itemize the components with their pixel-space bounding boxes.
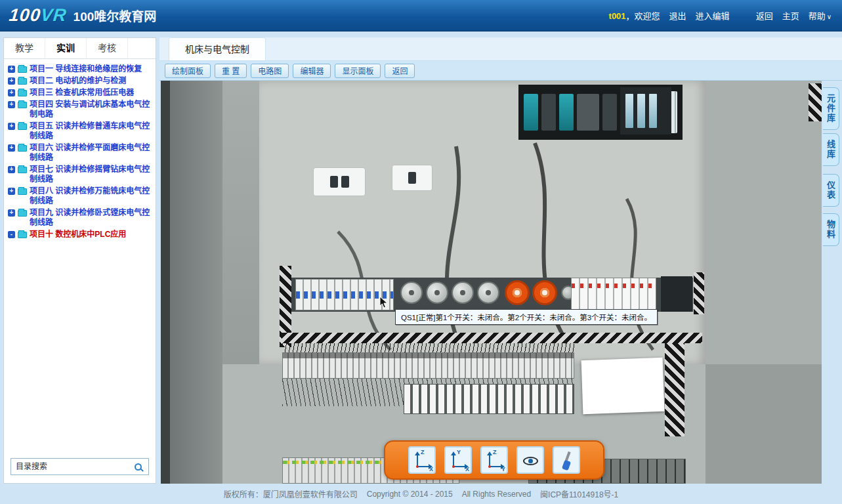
- expand-plus-icon[interactable]: +: [8, 77, 15, 85]
- contactor-pin: [408, 172, 416, 184]
- axis-z-x-button[interactable]: Z X: [408, 446, 436, 474]
- rotary-knob[interactable]: [426, 282, 448, 304]
- tree-item-project-10[interactable]: - 项目十 数控机床中PLC应用: [8, 230, 152, 240]
- tab-assessment[interactable]: 考核: [87, 38, 128, 58]
- tree-item-project-2[interactable]: + 项目二 电动机的维护与检测: [8, 76, 152, 86]
- plc-module: [577, 94, 599, 131]
- hazard-stripe: [665, 343, 684, 436]
- cabinet-right-wall: [705, 81, 822, 364]
- component-status-tooltip: QS1[正常]第1个开关：未闭合。第2个开关：未闭合。第3个开关：未闭合。: [395, 309, 658, 325]
- terminal-strip-upper[interactable]: [282, 352, 574, 379]
- return-button[interactable]: 返回: [385, 64, 415, 78]
- rotary-knob[interactable]: [452, 282, 474, 304]
- search-input[interactable]: [11, 458, 149, 475]
- icp-number: 闽ICP备11014918号-1: [540, 488, 618, 499]
- footer: 版权所有：厦门凤凰创壹软件有限公司 Copyright © 2014 - 201…: [0, 484, 842, 504]
- library-tab-wires[interactable]: 线库: [823, 133, 839, 166]
- expand-plus-icon[interactable]: +: [8, 89, 15, 96]
- library-tab-materials[interactable]: 物料: [823, 213, 839, 246]
- open-folder-icon: [18, 232, 27, 238]
- tree-item-label: 项目三 检查机床常用低压电器: [30, 88, 152, 98]
- rotary-knob[interactable]: [400, 282, 423, 304]
- tree-item-project-7[interactable]: + 项目七 识读并检修摇臂钻床电气控制线路: [8, 165, 152, 184]
- logout-link[interactable]: 退出: [669, 9, 686, 22]
- drive-unit[interactable]: [620, 87, 671, 135]
- tree-item-project-6[interactable]: + 项目六 识读并检修平面磨床电气控制线路: [8, 143, 152, 163]
- tree-item-label: 项目四 安装与调试机床基本电气控制电路: [30, 100, 152, 119]
- eye-view-button[interactable]: [516, 446, 544, 474]
- axis-vertical-label: Z: [493, 449, 497, 455]
- show-panel-button[interactable]: 显示面板: [335, 64, 381, 78]
- expand-plus-icon[interactable]: +: [8, 101, 15, 108]
- tree-item-label: 项目一 导线连接和绝缘层的恢复: [30, 64, 152, 74]
- wiring-bundle: [282, 343, 574, 352]
- rotary-knob[interactable]: [477, 282, 499, 304]
- contactor-pin: [330, 176, 338, 188]
- expand-plus-icon[interactable]: +: [8, 144, 15, 152]
- expand-plus-icon[interactable]: +: [8, 166, 15, 173]
- breaker-red-flags: [572, 284, 656, 288]
- orange-switch[interactable]: [532, 280, 557, 305]
- logo-vr: VR: [40, 5, 68, 25]
- content-tab[interactable]: 机床与电气控制: [169, 37, 266, 60]
- enter-edit-link[interactable]: 进入编辑: [696, 9, 730, 22]
- expand-minus-icon[interactable]: -: [8, 231, 15, 238]
- copyright-years: Copyright © 2014 - 2015: [367, 490, 453, 499]
- sidebar-tabs: 教学 实训 考核: [4, 38, 156, 59]
- circuit-diagram-button[interactable]: 电路图: [251, 64, 289, 78]
- folder-icon: [18, 90, 27, 96]
- contactor[interactable]: [313, 167, 366, 196]
- axis-y-x-button[interactable]: Y X: [444, 446, 472, 474]
- simulation-viewport[interactable]: QS1[正常]第1个开关：未闭合。第2个开关：未闭合。第3个开关：未闭合。 Z …: [161, 81, 822, 484]
- editor-button[interactable]: 编辑器: [293, 64, 331, 78]
- hazard-stripe: [809, 83, 822, 121]
- tab-training[interactable]: 实训: [45, 38, 87, 58]
- tab-teaching[interactable]: 教学: [4, 38, 45, 58]
- expand-plus-icon[interactable]: +: [8, 123, 15, 130]
- tree-item-label: 项目六 识读并检修平面磨床电气控制线路: [30, 143, 152, 163]
- folder-icon: [18, 167, 27, 173]
- tree-item-project-5[interactable]: + 项目五 识读并检修普通车床电气控制线路: [8, 121, 152, 141]
- help-link[interactable]: 帮助∨: [809, 9, 831, 22]
- expand-plus-icon[interactable]: +: [8, 188, 15, 195]
- site-name: 100唯尔教育网: [74, 7, 157, 24]
- cabinet-left-frame: [161, 81, 170, 484]
- expand-plus-icon[interactable]: +: [8, 209, 15, 217]
- orange-switch[interactable]: [505, 280, 530, 305]
- folder-icon: [18, 188, 27, 195]
- contactor-pin: [341, 176, 349, 188]
- folder-icon: [18, 66, 27, 73]
- tree-item-project-9[interactable]: + 项目九 识读并检修卧式镗床电气控制线路: [8, 208, 152, 228]
- site-logo[interactable]: 100VR: [8, 5, 68, 26]
- library-tab-meters[interactable]: 仪表: [823, 174, 839, 207]
- search-button[interactable]: [134, 460, 147, 473]
- library-tab-components[interactable]: 元件库: [823, 87, 839, 130]
- axis-z-y-button[interactable]: Z Y: [480, 446, 508, 474]
- folder-icon: [18, 123, 27, 130]
- view-nav-bar: Z X Y X Z Y: [384, 440, 604, 480]
- relay-terminal-strip[interactable]: [404, 384, 574, 414]
- draw-panel-button[interactable]: 绘制面板: [165, 64, 211, 78]
- tree-item-label: 项目九 识读并检修卧式镗床电气控制线路: [30, 208, 152, 228]
- contactor[interactable]: [392, 165, 432, 191]
- tree-item-project-4[interactable]: + 项目四 安装与调试机床基本电气控制电路: [8, 100, 152, 119]
- back-link[interactable]: 返回: [756, 9, 773, 22]
- tree-item-label: 项目十 数控机床中PLC应用: [30, 230, 152, 240]
- plc-module: [602, 94, 617, 131]
- tree-item-project-3[interactable]: + 项目三 检查机床常用低压电器: [8, 88, 152, 98]
- expand-plus-icon[interactable]: +: [8, 66, 15, 73]
- breaker-toggles: [296, 291, 393, 299]
- relay-unit[interactable]: [661, 276, 692, 312]
- probe-tool-button[interactable]: [553, 446, 580, 474]
- hazard-stripe: [694, 272, 704, 314]
- reset-button[interactable]: 重 置: [215, 64, 247, 78]
- axis-vertical-label: Z: [421, 449, 425, 455]
- tree-item-project-8[interactable]: + 项目八 识读并检修万能铣床电气控制线路: [8, 186, 152, 206]
- folder-icon: [18, 145, 27, 152]
- home-link[interactable]: 主页: [782, 9, 799, 22]
- circuit-breaker-group-right[interactable]: [571, 278, 656, 312]
- tree-item-project-1[interactable]: + 项目一 导线连接和绝缘层的恢复: [8, 64, 152, 74]
- plc-module: [541, 94, 556, 131]
- hazard-stripe: [282, 333, 702, 343]
- chevron-down-icon: ∨: [827, 13, 831, 20]
